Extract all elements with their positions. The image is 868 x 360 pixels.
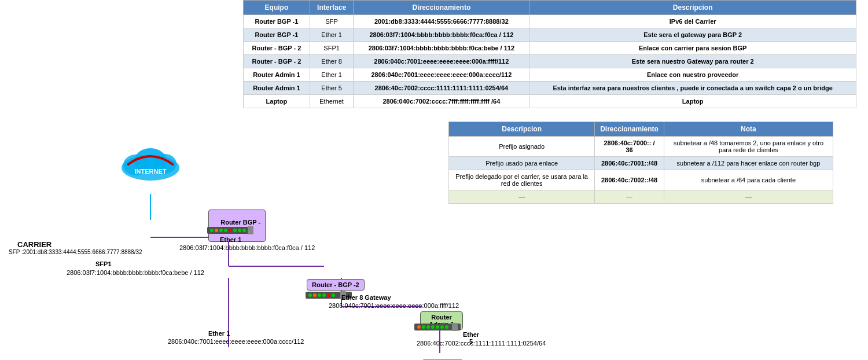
second-table-cell: — <box>449 190 595 204</box>
table-row: Router - BGP - 2SFP12806:03f7:1004:bbbb:… <box>244 42 856 55</box>
col-descripcion: Descripcion <box>529 1 856 15</box>
second-table: Descripcion Direccionamiento Nota Prefij… <box>448 122 833 204</box>
col-direccionamiento: Direccionamiento <box>354 1 529 15</box>
table-cell: IPv6 del Carrier <box>529 15 856 28</box>
table-cell: Laptop <box>529 95 856 108</box>
svg-point-20 <box>224 229 227 232</box>
svg-rect-25 <box>248 226 253 234</box>
second-table-cell: — <box>595 190 664 204</box>
router-icon-3 <box>414 321 464 333</box>
svg-point-17 <box>210 229 214 232</box>
svg-point-18 <box>215 229 218 232</box>
svg-point-37 <box>426 325 430 329</box>
second-table-cell: — <box>664 190 833 204</box>
admin1-ether1-addr: 2806:040c:7001:eeee:eeee:eeee:000a:cccc/… <box>168 338 304 345</box>
carrier-sfp-label: SFP :2001:db8:3333:4444:5555:6666:7777:8… <box>9 249 142 255</box>
svg-point-30 <box>322 293 326 297</box>
internet-cloud: INTERNET <box>110 139 191 191</box>
svg-point-23 <box>238 229 241 232</box>
ether8-label: Ether 8 Gateway <box>341 294 391 301</box>
svg-point-35 <box>417 325 421 329</box>
table-cell: 2001:db8:3333:4444:5555:6666:7777:8888/3… <box>354 15 529 28</box>
svg-point-40 <box>440 325 444 329</box>
router-admin1-device <box>414 321 464 334</box>
table-cell: Este sera el gateway para BGP 2 <box>529 28 856 42</box>
table-cell: Ether 1 <box>310 68 354 82</box>
second-table-row: ——— <box>449 190 833 204</box>
second-table-cell: 2806:40c:7000:: / 36 <box>595 137 664 157</box>
table-cell: 2806:040c:7001:eeee:eeee:eeee:000a:cccc/… <box>354 68 529 82</box>
table-cell: SFP1 <box>310 42 354 55</box>
router-bgp1-device <box>207 225 256 237</box>
admin1-ether1-label: Ether 1 <box>208 330 230 337</box>
svg-point-39 <box>436 325 439 329</box>
table-row: Router - BGP - 2Ether 82806:040c:7001:ee… <box>244 55 856 68</box>
svg-point-24 <box>242 229 246 232</box>
sfp1-addr: 2806:03f7:1004:bbbb:bbbb:bbbb:f0ca:bebe … <box>67 269 204 276</box>
sfp1-label: SFP1 <box>95 260 112 267</box>
table-cell: Este sera nuestro Gateway para router 2 <box>529 55 856 68</box>
second-table-row: Prefijo asignado2806:40c:7000:: / 36subn… <box>449 137 833 157</box>
second-table-cell: Prefijo asignado <box>449 137 595 157</box>
second-table-cell: 2806:40c:7001::/48 <box>595 157 664 170</box>
table-cell: Router - BGP - 2 <box>244 55 310 68</box>
svg-point-41 <box>445 325 448 329</box>
second-table-cell: Prefijo delegado por el carrier, se usar… <box>449 170 595 190</box>
table-cell: Esta interfaz sera para nuestros cliente… <box>529 82 856 95</box>
table-cell: Ether 1 <box>310 28 354 42</box>
table-row: Router Admin 1Ether 12806:040c:7001:eeee… <box>244 68 856 82</box>
svg-point-38 <box>431 325 435 329</box>
col-interface: Interface <box>310 1 354 15</box>
table-row: Router BGP -1Ether 12806:03f7:1004:bbbb:… <box>244 28 856 42</box>
table-cell: Router BGP -1 <box>244 15 310 28</box>
table-row: Router BGP -1SFP2001:db8:3333:4444:5555:… <box>244 15 856 28</box>
col2-direccionamiento: Direccionamiento <box>595 122 664 137</box>
cloud-icon: INTERNET <box>116 145 185 185</box>
svg-rect-42 <box>452 323 458 331</box>
table-cell: 2806:040c:7001:eeee:eeee:eeee:000a:ffff/… <box>354 55 529 68</box>
router-bgp2-box: Router - BGP -2 <box>307 279 365 291</box>
svg-point-32 <box>332 293 335 297</box>
second-table-cell: subnetear a /64 para cada cliente <box>664 170 833 190</box>
col-equipo: Equipo <box>244 1 310 15</box>
table-cell: 2806:03f7:1004:bbbb:bbbb:bbbb:f0ca:bebe … <box>354 42 529 55</box>
svg-point-19 <box>219 229 223 232</box>
second-table-cell: 2806:40c:7002::/48 <box>595 170 664 190</box>
table-cell: SFP <box>310 15 354 28</box>
table-cell: Ether 8 <box>310 55 354 68</box>
table-cell: Enlace con nuestro proveedor <box>529 68 856 82</box>
ether5-addr: 2806:40c:7002:cccc:1111:1111:1111:0254/6… <box>417 340 546 347</box>
svg-point-36 <box>422 325 425 329</box>
bgp1-ether1-addr: 2806:03f7:1004:bbbb:bbbb:bbbb:f0ca:f0ca … <box>179 244 315 251</box>
table-cell: Router Admin 1 <box>244 68 310 82</box>
svg-point-29 <box>318 293 321 297</box>
second-table-row: Prefijo delegado por el carrier, se usar… <box>449 170 833 190</box>
col2-descripcion: Descripcion <box>449 122 595 137</box>
table-cell: 2806:03f7:1004:bbbb:bbbb:bbbb:f0ca:f0ca … <box>354 28 529 42</box>
svg-point-28 <box>313 293 317 297</box>
table-cell: Router - BGP - 2 <box>244 42 310 55</box>
second-table-cell: subnetear a /112 para hacer enlace con r… <box>664 157 833 170</box>
router-icon <box>207 225 256 236</box>
svg-point-21 <box>229 229 232 232</box>
second-table-row: Prefijo usado para enlace2806:40c:7001::… <box>449 157 833 170</box>
second-table-cell: Prefijo usado para enlace <box>449 157 595 170</box>
carrier-label: CARRIER <box>17 240 52 249</box>
second-table-section: Descripcion Direccionamiento Nota Prefij… <box>448 122 833 204</box>
table-cell: Router BGP -1 <box>244 28 310 42</box>
table-cell: Enlace con carrier para sesion BGP <box>529 42 856 55</box>
second-table-cell: subnetear a /48 tomaremos 2, uno para en… <box>664 137 833 157</box>
bgp1-ether1-label: Ether 1 <box>220 236 241 243</box>
ether8-addr: 2806:040c:7001:eeee:eeee:eeee:000a:ffff/… <box>329 302 459 309</box>
col2-nota: Nota <box>664 122 833 137</box>
svg-point-22 <box>233 229 237 232</box>
svg-text:INTERNET: INTERNET <box>135 168 167 175</box>
network-diagram: INTERNET CARRIER SFP :2001:db8:3333:4444… <box>0 81 463 359</box>
svg-point-31 <box>327 293 330 297</box>
svg-point-27 <box>308 293 312 297</box>
